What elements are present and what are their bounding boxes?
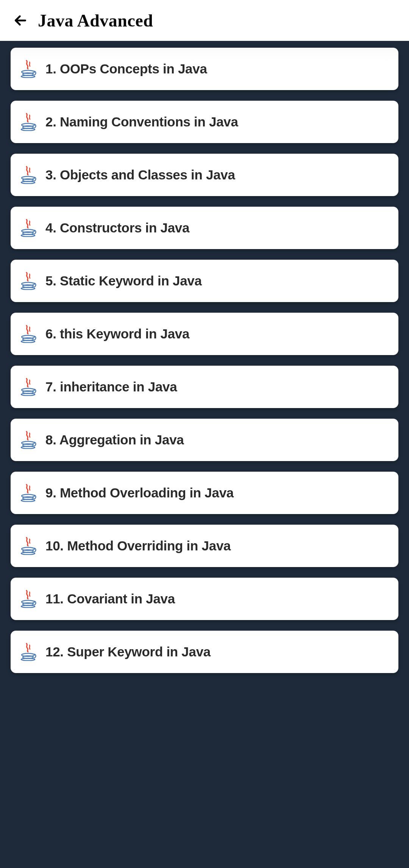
list-item-this-keyword[interactable]: 6. this Keyword in Java xyxy=(11,313,398,355)
svg-point-33 xyxy=(21,605,35,608)
java-icon xyxy=(20,484,36,502)
list-item-constructors[interactable]: 4. Constructors in Java xyxy=(11,207,398,249)
back-button[interactable] xyxy=(12,12,29,29)
list-item-label: 7. inheritance in Java xyxy=(45,379,177,394)
list-item-label: 1. OOPs Concepts in Java xyxy=(45,61,207,76)
java-icon xyxy=(20,166,36,184)
arrow-left-icon xyxy=(13,13,28,28)
list-item-oops-concepts[interactable]: 1. OOPs Concepts in Java xyxy=(11,48,398,90)
list-item-label: 4. Constructors in Java xyxy=(45,220,189,235)
svg-point-3 xyxy=(21,75,35,78)
svg-point-6 xyxy=(21,128,35,131)
list-item-aggregation[interactable]: 8. Aggregation in Java xyxy=(11,419,398,461)
list-item-label: 9. Method Overloading in Java xyxy=(45,485,234,500)
java-icon xyxy=(20,272,36,290)
list-item-static-keyword[interactable]: 5. Static Keyword in Java xyxy=(11,260,398,302)
list-item-label: 10. Method Overriding in Java xyxy=(45,538,231,553)
list-item-label: 5. Static Keyword in Java xyxy=(45,273,202,288)
list-item-method-overriding[interactable]: 10. Method Overriding in Java xyxy=(11,525,398,567)
page-title: Java Advanced xyxy=(38,11,153,31)
svg-point-30 xyxy=(21,552,35,555)
java-icon xyxy=(20,60,36,78)
list-item-covariant[interactable]: 11. Covariant in Java xyxy=(11,578,398,620)
java-icon xyxy=(20,219,36,237)
list-item-label: 8. Aggregation in Java xyxy=(45,432,184,447)
list-item-inheritance[interactable]: 7. inheritance in Java xyxy=(11,366,398,408)
java-icon xyxy=(20,590,36,608)
svg-point-36 xyxy=(21,658,35,661)
content-list: 1. OOPs Concepts in Java 2. Naming Conve… xyxy=(0,41,409,868)
java-icon xyxy=(20,537,36,555)
java-icon xyxy=(20,378,36,396)
list-item-label: 12. Super Keyword in Java xyxy=(45,644,211,659)
java-icon xyxy=(20,643,36,661)
svg-point-12 xyxy=(21,234,35,237)
list-item-super-keyword[interactable]: 12. Super Keyword in Java xyxy=(11,631,398,673)
list-item-label: 11. Covariant in Java xyxy=(45,591,175,606)
list-item-label: 2. Naming Conventions in Java xyxy=(45,114,238,129)
list-item-label: 6. this Keyword in Java xyxy=(45,326,189,341)
list-item-label: 3. Objects and Classes in Java xyxy=(45,167,235,182)
svg-point-18 xyxy=(21,340,35,343)
svg-point-21 xyxy=(21,393,35,396)
svg-point-24 xyxy=(21,446,35,449)
list-item-naming-conventions[interactable]: 2. Naming Conventions in Java xyxy=(11,101,398,143)
list-item-objects-classes[interactable]: 3. Objects and Classes in Java xyxy=(11,154,398,196)
java-icon xyxy=(20,113,36,131)
list-item-method-overloading[interactable]: 9. Method Overloading in Java xyxy=(11,472,398,514)
svg-point-27 xyxy=(21,499,35,502)
java-icon xyxy=(20,325,36,343)
svg-point-15 xyxy=(21,287,35,290)
svg-point-9 xyxy=(21,181,35,184)
java-icon xyxy=(20,431,36,449)
header: Java Advanced xyxy=(0,0,409,41)
